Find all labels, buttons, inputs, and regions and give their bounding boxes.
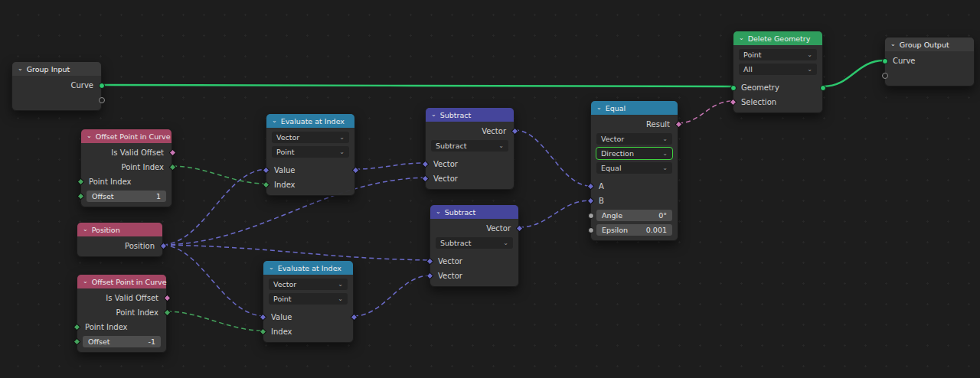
domain-dropdown-row: Point ⌄	[733, 47, 822, 62]
collapse-icon[interactable]: ⌄	[272, 118, 277, 124]
dropdown-value: Point	[743, 51, 762, 59]
operation-dropdown-row: Subtract ⌄	[426, 138, 514, 153]
geometry-row: Geometry	[733, 80, 822, 95]
operation-dropdown-row: Subtract ⌄	[430, 236, 518, 250]
node-title: Subtract	[445, 208, 475, 217]
node-position[interactable]: ⌄ Position Position	[77, 222, 163, 257]
socket-label: Index	[274, 181, 296, 189]
input-row-point-index: Point Index	[81, 174, 172, 189]
operation-dropdown[interactable]: Subtract ⌄	[431, 140, 508, 152]
value-row: Value	[263, 310, 353, 324]
chevron-down-icon: ⌄	[339, 149, 345, 155]
field-label: Epsilon	[602, 226, 628, 234]
angle-input-socket[interactable]	[588, 213, 594, 219]
dropdown-value: Subtract	[440, 239, 471, 247]
node-editor-canvas[interactable]: ⌄ Group Input Curve ⌄ Offset Point in Cu…	[0, 0, 980, 378]
node-title: Evaluate at Index	[281, 117, 345, 125]
input-row-offset: Offset 1	[81, 189, 172, 204]
node-delete-geometry[interactable]: ⌄ Delete Geometry Point ⌄ All ⌄ Geometry	[733, 31, 823, 113]
operation-dropdown[interactable]: Subtract ⌄	[436, 237, 513, 249]
epsilon-number-field[interactable]: Epsilon 0.001	[596, 224, 672, 236]
geometry-output-socket[interactable]	[820, 85, 826, 91]
wire-group-input-curve-to-delete-geometry	[102, 85, 733, 86]
socket-label: Point Index	[116, 308, 158, 317]
dropdown-value: Vector	[276, 133, 299, 142]
node-header[interactable]: ⌄ Subtract	[430, 205, 518, 219]
offset-number-field[interactable]: Offset 1	[87, 191, 166, 202]
socket-label: Selection	[741, 98, 776, 106]
domain-dropdown[interactable]: Point ⌄	[272, 146, 349, 158]
dropdown-value: Direction	[601, 149, 634, 158]
chevron-down-icon: ⌄	[807, 52, 812, 58]
chevron-down-icon: ⌄	[338, 296, 343, 302]
input-row-angle: Angle 0°	[591, 208, 678, 223]
node-header[interactable]: ⌄ Offset Point in Curve	[81, 129, 172, 143]
node-header[interactable]: ⌄ Equal	[591, 101, 678, 115]
value-row: Value	[266, 163, 354, 178]
node-offset-point-in-curve-1[interactable]: ⌄ Offset Point in Curve Is Valid Offset …	[80, 129, 172, 207]
field-value: -1	[149, 337, 155, 346]
collapse-icon[interactable]: ⌄	[87, 133, 92, 139]
node-header[interactable]: ⌄ Subtract	[426, 108, 514, 122]
node-header[interactable]: ⌄ Position	[77, 223, 162, 236]
collapse-icon[interactable]: ⌄	[890, 41, 896, 47]
collapse-icon[interactable]: ⌄	[431, 112, 436, 118]
epsilon-input-socket[interactable]	[588, 227, 594, 233]
socket-label: Geometry	[741, 83, 779, 92]
mode-dropdown[interactable]: Direction ⌄	[596, 148, 672, 159]
node-evaluate-at-index-1[interactable]: ⌄ Evaluate at Index Vector ⌄ Point ⌄ Val…	[266, 113, 355, 196]
node-header[interactable]: ⌄ Offset Point in Curve	[77, 275, 166, 288]
extend-socket[interactable]	[99, 97, 105, 103]
collapse-icon[interactable]: ⌄	[739, 35, 744, 41]
collapse-icon[interactable]: ⌄	[83, 279, 88, 285]
node-group-output[interactable]: ⌄ Group Output Curve	[884, 37, 975, 86]
node-evaluate-at-index-2[interactable]: ⌄ Evaluate at Index Vector ⌄ Point ⌄ Val…	[263, 260, 354, 343]
operation-dropdown[interactable]: Equal ⌄	[596, 162, 672, 174]
dropdown-value: Point	[273, 295, 292, 303]
data-type-dropdown-row: Vector ⌄	[263, 277, 353, 292]
domain-dropdown[interactable]: Point ⌄	[739, 49, 817, 60]
output-row-result: Result	[591, 117, 678, 132]
field-value: 0°	[658, 211, 667, 220]
socket-label: Vector	[438, 257, 462, 266]
data-type-dropdown-row: Vector ⌄	[591, 132, 678, 146]
socket-label: Curve	[70, 81, 93, 90]
node-equal[interactable]: ⌄ Equal Result Vector ⌄ Direction ⌄	[590, 100, 678, 241]
socket-label: Position	[125, 242, 155, 250]
mode-dropdown[interactable]: All ⌄	[739, 64, 817, 75]
collapse-icon[interactable]: ⌄	[436, 209, 441, 215]
curve-output-socket[interactable]	[99, 83, 105, 89]
socket-label: Vector	[433, 174, 458, 183]
output-row-is-valid-offset: Is Valid Offset	[81, 145, 172, 160]
collapse-icon[interactable]: ⌄	[18, 66, 23, 72]
collapse-icon[interactable]: ⌄	[269, 265, 274, 271]
socket-label: Curve	[893, 57, 916, 65]
wire-eval1-value-to-subtract1	[355, 163, 425, 169]
node-offset-point-in-curve-2[interactable]: ⌄ Offset Point in Curve Is Valid Offset …	[77, 274, 167, 353]
node-header[interactable]: ⌄ Group Output	[885, 37, 974, 51]
data-type-dropdown[interactable]: Vector ⌄	[272, 132, 349, 143]
index-row: Index	[263, 324, 353, 339]
node-subtract-2[interactable]: ⌄ Subtract Vector Subtract ⌄ Vector Vec	[430, 204, 519, 287]
node-title: Group Input	[27, 65, 70, 73]
chevron-down-icon: ⌄	[662, 136, 668, 142]
data-type-dropdown[interactable]: Vector ⌄	[269, 279, 348, 290]
input-row-curve: Curve	[885, 54, 974, 68]
node-subtract-1[interactable]: ⌄ Subtract Vector Subtract ⌄ Vector Vec	[425, 107, 514, 190]
geometry-input-socket[interactable]	[730, 85, 737, 91]
data-type-dropdown[interactable]: Vector ⌄	[596, 133, 672, 145]
node-header[interactable]: ⌄ Delete Geometry	[733, 31, 822, 45]
extend-socket[interactable]	[882, 73, 888, 79]
node-header[interactable]: ⌄ Group Input	[12, 62, 101, 76]
node-group-input[interactable]: ⌄ Group Input Curve	[11, 61, 102, 111]
offset-number-field[interactable]: Offset -1	[83, 336, 161, 347]
extend-row	[12, 93, 101, 107]
socket-label: Vector	[433, 160, 458, 168]
domain-dropdown[interactable]: Point ⌄	[269, 293, 348, 305]
angle-number-field[interactable]: Angle 0°	[596, 210, 672, 221]
collapse-icon[interactable]: ⌄	[596, 105, 602, 111]
node-header[interactable]: ⌄ Evaluate at Index	[266, 114, 354, 128]
node-header[interactable]: ⌄ Evaluate at Index	[263, 261, 353, 275]
collapse-icon[interactable]: ⌄	[83, 226, 88, 233]
curve-input-socket[interactable]	[882, 58, 888, 64]
